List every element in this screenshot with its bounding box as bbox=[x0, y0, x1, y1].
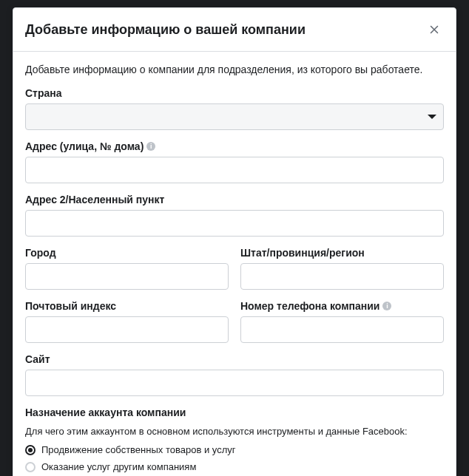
modal-body: Добавьте информацию о компании для подра… bbox=[13, 52, 456, 476]
close-button[interactable] bbox=[425, 20, 444, 39]
close-icon bbox=[428, 23, 441, 36]
postal-label: Почтовый индекс bbox=[25, 300, 229, 312]
state-input[interactable] bbox=[240, 263, 444, 290]
company-info-modal: Добавьте информацию о вашей компании Доб… bbox=[13, 7, 456, 476]
radio-icon bbox=[25, 462, 36, 472]
purpose-option-own[interactable]: Продвижение собственных товаров и услуг bbox=[25, 444, 444, 455]
info-icon[interactable]: i bbox=[146, 142, 155, 151]
city-group: Город bbox=[25, 247, 229, 290]
city-input[interactable] bbox=[25, 263, 229, 290]
address2-label: Адрес 2/Населенный пункт bbox=[25, 194, 444, 205]
purpose-radio-group: Продвижение собственных товаров и услуг … bbox=[25, 444, 444, 472]
city-state-row: Город Штат/провинция/регион bbox=[25, 247, 444, 300]
modal-title: Добавьте информацию о вашей компании bbox=[25, 22, 306, 38]
address2-group: Адрес 2/Населенный пункт bbox=[25, 194, 444, 237]
postal-group: Почтовый индекс bbox=[25, 300, 229, 343]
country-label: Страна bbox=[25, 87, 444, 99]
state-group: Штат/провинция/регион bbox=[240, 247, 444, 290]
country-group: Страна bbox=[25, 87, 444, 130]
postal-input[interactable] bbox=[25, 316, 229, 343]
radio-label: Продвижение собственных товаров и услуг bbox=[41, 444, 235, 455]
state-label: Штат/провинция/регион bbox=[240, 247, 444, 259]
address2-input[interactable] bbox=[25, 210, 444, 237]
phone-group: Номер телефона компании i bbox=[240, 300, 444, 343]
address1-label: Адрес (улица, № дома) i bbox=[25, 140, 444, 152]
website-input[interactable] bbox=[25, 370, 444, 396]
postal-phone-row: Почтовый индекс Номер телефона компании … bbox=[25, 300, 444, 353]
purpose-heading: Назначение аккаунта компании bbox=[25, 407, 444, 418]
address1-group: Адрес (улица, № дома) i bbox=[25, 140, 444, 183]
modal-header: Добавьте информацию о вашей компании bbox=[13, 8, 456, 52]
radio-icon bbox=[25, 445, 36, 455]
address1-input[interactable] bbox=[25, 157, 444, 183]
modal-description: Добавьте информацию о компании для подра… bbox=[25, 64, 444, 75]
phone-input[interactable] bbox=[240, 316, 444, 343]
country-select-wrapper bbox=[25, 103, 444, 130]
city-label: Город bbox=[25, 247, 229, 259]
info-icon[interactable]: i bbox=[382, 302, 391, 310]
country-select[interactable] bbox=[25, 103, 444, 130]
purpose-question: Для чего этим аккаунтом в основном испол… bbox=[25, 426, 444, 437]
website-label: Сайт bbox=[25, 353, 444, 365]
radio-label: Оказание услуг другим компаниям bbox=[41, 461, 196, 472]
purpose-option-other[interactable]: Оказание услуг другим компаниям bbox=[25, 461, 444, 472]
phone-label: Номер телефона компании i bbox=[240, 300, 444, 312]
website-group: Сайт bbox=[25, 353, 444, 396]
